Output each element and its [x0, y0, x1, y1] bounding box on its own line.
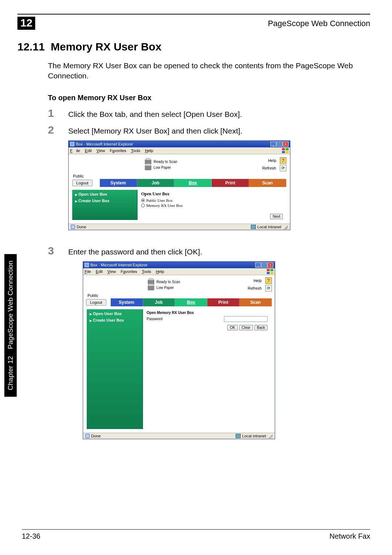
windows-flag-icon: [267, 269, 273, 274]
clear-button[interactable]: Clear: [239, 325, 253, 330]
step-text-2: Select [Memory RX User Box] and then cli…: [68, 127, 242, 135]
window-buttons[interactable]: _□×: [270, 142, 289, 147]
password-label: Password: [147, 317, 163, 321]
header-right: PageScope Web Connection: [268, 19, 370, 28]
main-pane: Open Memory RX User Box Password OK Clea…: [143, 309, 271, 429]
radio-public-label: Public User Box: [146, 198, 173, 203]
section-name: Memory RX User Box: [51, 41, 162, 53]
step-1: 1 Click the Box tab, and then select [Op…: [48, 107, 370, 119]
section-intro: The Memory RX User Box can be opened to …: [48, 61, 363, 81]
done-icon: [85, 434, 90, 438]
menu-edit[interactable]: Edit: [85, 148, 92, 153]
menu-favorites[interactable]: Favorites: [121, 269, 137, 274]
menu-bar: File Edit View Favorites Tools Help: [69, 147, 290, 154]
refresh-icon-button[interactable]: ⟳: [265, 285, 272, 291]
step-2: 2 Select [Memory RX User Box] and then c…: [48, 124, 370, 136]
back-button[interactable]: Back: [254, 325, 268, 330]
step-text-1: Click the Box tab, and then select [Open…: [68, 110, 242, 119]
menu-view[interactable]: View: [107, 269, 116, 274]
tab-system[interactable]: System: [111, 298, 143, 306]
help-icon-button[interactable]: ?: [265, 277, 272, 284]
user-label: Public: [73, 174, 286, 178]
sidemenu-create-user-box[interactable]: Create User Box: [90, 318, 139, 322]
refresh-link[interactable]: Refresh: [248, 286, 262, 290]
screenshot-1: Box - Microsoft Internet Explorer _□× Fi…: [68, 140, 290, 230]
next-button[interactable]: Next: [270, 214, 283, 219]
menu-tools[interactable]: Tools: [142, 269, 151, 274]
resize-grip-icon: [268, 433, 273, 438]
menu-file[interactable]: File: [70, 148, 80, 153]
tab-box[interactable]: Box: [174, 179, 212, 187]
logout-button[interactable]: Logout: [72, 180, 93, 186]
menu-help[interactable]: Help: [156, 269, 164, 274]
side-menu: Open User Box Create User Box: [72, 190, 138, 220]
step-num-3: 3: [48, 245, 68, 257]
refresh-link[interactable]: Refresh: [262, 166, 276, 170]
ok-button[interactable]: OK: [227, 325, 237, 330]
section-title: 12.11 Memory RX User Box: [17, 41, 370, 53]
help-link[interactable]: Help: [253, 278, 262, 283]
status-zone: Local intranet: [242, 434, 266, 438]
printer-icon: [148, 285, 154, 290]
logout-button[interactable]: Logout: [86, 299, 106, 306]
footer-right: Network Fax: [330, 532, 370, 540]
tab-scan[interactable]: Scan: [249, 179, 286, 187]
tab-scan[interactable]: Scan: [240, 298, 272, 306]
window-titlebar: Box - Microsoft Internet Explorer _□×: [83, 262, 275, 268]
menu-favorites[interactable]: Favorites: [110, 148, 126, 153]
pane-title: Open Memory RX User Box: [147, 311, 268, 315]
menu-view[interactable]: View: [97, 148, 105, 153]
ie-icon: [85, 263, 89, 267]
menu-bar: File Edit View Favorites Tools Help: [83, 268, 275, 275]
help-link[interactable]: Help: [268, 158, 276, 163]
sidemenu-open-user-box[interactable]: Open User Box: [75, 192, 134, 196]
tab-job[interactable]: Job: [137, 179, 175, 187]
status-done: Done: [91, 434, 101, 438]
step-num-1: 1: [48, 107, 68, 119]
window-titlebar: Box - Microsoft Internet Explorer _□×: [69, 141, 290, 147]
windows-flag-icon: [282, 148, 289, 153]
step-3: 3 Enter the password and then click [OK]…: [48, 245, 370, 257]
tab-box[interactable]: Box: [175, 298, 207, 306]
refresh-icon-button[interactable]: ⟳: [280, 165, 286, 171]
status-done: Done: [77, 225, 86, 229]
side-menu: Open User Box Create User Box: [87, 309, 143, 429]
maximize-button[interactable]: □: [261, 262, 267, 268]
page-number: 12-36: [22, 532, 40, 540]
window-title: Box - Microsoft Internet Explorer: [90, 263, 148, 267]
status-bar: Done Local intranet: [83, 433, 275, 439]
status-ready: Ready to Scan: [156, 280, 180, 284]
help-icon-button[interactable]: ?: [280, 157, 286, 164]
minimize-button[interactable]: _: [255, 262, 261, 268]
step-text-3: Enter the password and then click [OK].: [68, 248, 202, 256]
menu-file[interactable]: File: [85, 269, 91, 274]
tab-print[interactable]: Print: [207, 298, 240, 306]
sidemenu-open-user-box[interactable]: Open User Box: [90, 311, 139, 316]
status-bar: Done Local intranet: [69, 224, 290, 230]
main-pane: Open User Box Public User Box Memory RX …: [138, 190, 286, 220]
close-button[interactable]: ×: [268, 262, 273, 268]
menu-edit[interactable]: Edit: [96, 269, 103, 274]
password-input[interactable]: [224, 316, 268, 322]
radio-public[interactable]: [141, 199, 145, 202]
tab-job[interactable]: Job: [143, 298, 175, 306]
chapter-number-badge: 12: [17, 17, 35, 30]
ie-icon: [70, 142, 74, 146]
close-button[interactable]: ×: [283, 142, 289, 147]
minimize-button[interactable]: _: [270, 142, 276, 147]
menu-help[interactable]: Help: [145, 148, 153, 153]
sidemenu-create-user-box[interactable]: Create User Box: [75, 199, 134, 203]
window-buttons[interactable]: _□×: [255, 262, 273, 268]
window-title: Box - Microsoft Internet Explorer: [76, 142, 133, 146]
section-number: 12.11: [17, 41, 45, 53]
tab-system[interactable]: System: [100, 179, 137, 187]
resize-grip-icon: [283, 224, 288, 229]
status-zone: Local intranet: [257, 225, 281, 229]
printer-icon: [145, 165, 151, 170]
side-tab-chapter: Chapter 12: [7, 356, 14, 390]
maximize-button[interactable]: □: [277, 142, 282, 147]
tab-print[interactable]: Print: [212, 179, 249, 187]
menu-tools[interactable]: Tools: [131, 148, 140, 153]
radio-memory[interactable]: [141, 204, 145, 207]
user-label: Public: [87, 293, 270, 298]
